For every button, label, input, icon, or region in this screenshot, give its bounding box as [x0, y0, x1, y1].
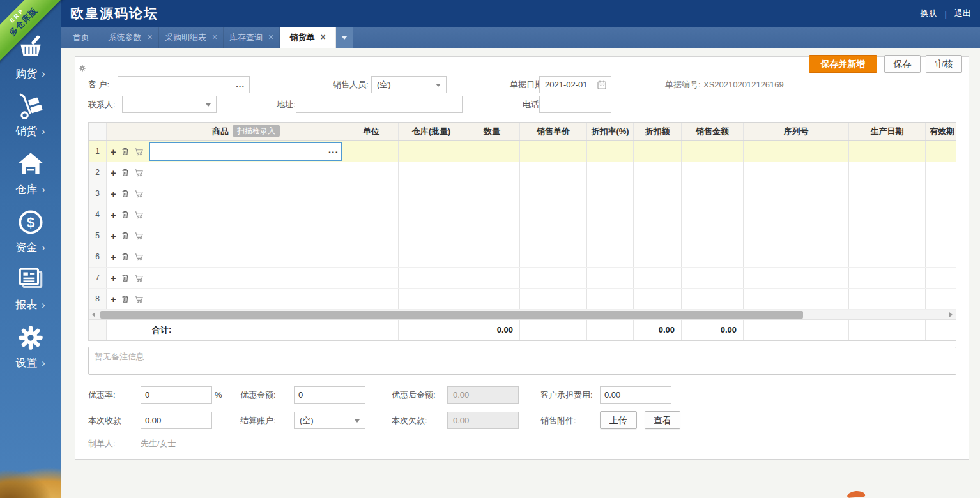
- add-row-icon[interactable]: +: [111, 210, 116, 220]
- add-row-icon[interactable]: +: [111, 252, 116, 262]
- grid-cell[interactable]: [344, 162, 399, 183]
- tab-purchase-detail[interactable]: 采购明细表 ×: [159, 27, 224, 48]
- horizontal-scrollbar[interactable]: [89, 310, 956, 320]
- delete-row-icon[interactable]: [121, 252, 130, 261]
- customer-field[interactable]: ...: [118, 76, 250, 93]
- grid-cell[interactable]: [587, 225, 634, 246]
- save-button[interactable]: 保存: [884, 55, 921, 73]
- grid-cell[interactable]: [464, 162, 520, 183]
- scrollbar-thumb[interactable]: [100, 311, 803, 319]
- grid-cell[interactable]: [344, 183, 399, 204]
- logout-link[interactable]: 退出: [954, 8, 971, 19]
- grid-cell[interactable]: [634, 162, 682, 183]
- grid-cell[interactable]: [587, 204, 634, 225]
- pick-product-icon[interactable]: [134, 169, 144, 177]
- grid-cell[interactable]: [849, 268, 926, 288]
- grid-cell[interactable]: [744, 204, 849, 225]
- discount-amount-input[interactable]: [294, 386, 365, 404]
- grid-cell[interactable]: [682, 183, 744, 204]
- grid-cell[interactable]: [682, 268, 744, 288]
- contact-select[interactable]: [122, 96, 217, 113]
- grid-cell[interactable]: [682, 289, 744, 309]
- grid-cell[interactable]: [926, 162, 956, 183]
- pick-product-icon[interactable]: [134, 253, 144, 261]
- pick-product-icon[interactable]: [134, 147, 144, 156]
- grid-cell[interactable]: [399, 246, 464, 267]
- account-select[interactable]: (空): [294, 412, 365, 429]
- grid-cell[interactable]: [744, 162, 849, 183]
- grid-cell[interactable]: [520, 183, 587, 204]
- add-row-icon[interactable]: +: [111, 273, 116, 283]
- grid-cell[interactable]: [744, 225, 849, 246]
- grid-cell[interactable]: [464, 225, 520, 246]
- grid-cell[interactable]: [849, 246, 926, 267]
- product-cell[interactable]: [148, 183, 344, 204]
- grid-cell[interactable]: [744, 289, 849, 309]
- grid-cell[interactable]: [634, 204, 682, 225]
- pick-product-icon[interactable]: [134, 211, 144, 219]
- product-cell[interactable]: [148, 246, 344, 267]
- delete-row-icon[interactable]: [121, 210, 130, 219]
- grid-cell[interactable]: [744, 141, 849, 162]
- add-row-icon[interactable]: +: [111, 189, 116, 199]
- add-row-icon[interactable]: +: [111, 147, 116, 156]
- grid-cell[interactable]: [926, 246, 956, 267]
- pick-product-icon[interactable]: [134, 274, 144, 282]
- grid-cell[interactable]: [587, 268, 634, 288]
- grid-cell[interactable]: [744, 183, 849, 204]
- grid-cell[interactable]: [682, 162, 744, 183]
- tab-sales-order[interactable]: 销货单 ×: [280, 27, 336, 48]
- sidebar-item-sales[interactable]: 销货›: [0, 91, 61, 139]
- grid-cell[interactable]: [344, 246, 399, 267]
- close-icon[interactable]: ×: [320, 27, 325, 48]
- grid-cell[interactable]: [344, 225, 399, 246]
- grid-cell[interactable]: [520, 268, 587, 288]
- pick-product-icon[interactable]: [134, 190, 144, 198]
- grid-cell[interactable]: [682, 246, 744, 267]
- grid-cell[interactable]: [587, 141, 634, 162]
- sidebar-item-settings[interactable]: 设置›: [0, 323, 61, 370]
- grid-cell[interactable]: [344, 268, 399, 288]
- grid-cell[interactable]: [399, 225, 464, 246]
- grid-cell[interactable]: [344, 204, 399, 225]
- delete-row-icon[interactable]: [121, 147, 130, 156]
- discount-rate-input[interactable]: [141, 386, 212, 404]
- barcode-scan-button[interactable]: 扫描枪录入: [233, 125, 280, 137]
- product-picker-button[interactable]: ...: [328, 144, 339, 156]
- product-input[interactable]: [149, 142, 342, 161]
- grid-cell[interactable]: [399, 183, 464, 204]
- grid-cell[interactable]: [744, 246, 849, 267]
- grid-cell[interactable]: [682, 204, 744, 225]
- salesperson-select[interactable]: (空): [371, 76, 447, 93]
- delete-row-icon[interactable]: [121, 231, 130, 240]
- grid-cell[interactable]: [926, 141, 956, 162]
- sidebar-item-funds[interactable]: $ 资金›: [0, 207, 61, 255]
- grid-cell[interactable]: [587, 289, 634, 309]
- grid-cell[interactable]: [399, 141, 464, 162]
- delete-row-icon[interactable]: [121, 273, 130, 282]
- received-input[interactable]: [141, 412, 212, 429]
- phone-input[interactable]: [539, 96, 611, 113]
- grid-cell[interactable]: [399, 204, 464, 225]
- remark-textarea[interactable]: [88, 347, 956, 375]
- product-cell[interactable]: [148, 268, 344, 288]
- add-row-icon[interactable]: +: [111, 294, 116, 304]
- grid-cell[interactable]: [926, 204, 956, 225]
- product-cell[interactable]: [148, 289, 344, 309]
- ellipsis-button[interactable]: ...: [236, 77, 245, 93]
- tab-list-dropdown[interactable]: [336, 27, 353, 48]
- close-icon[interactable]: ×: [212, 27, 217, 48]
- grid-cell[interactable]: [520, 204, 587, 225]
- grid-cell[interactable]: [464, 246, 520, 267]
- change-skin-link[interactable]: 换肤: [921, 8, 937, 19]
- grid-cell[interactable]: [399, 162, 464, 183]
- grid-cell[interactable]: [926, 183, 956, 204]
- grid-cell[interactable]: [926, 289, 956, 309]
- sidebar-item-purchase[interactable]: 购货›: [0, 34, 61, 81]
- grid-cell[interactable]: [464, 141, 520, 162]
- grid-cell[interactable]: [926, 225, 956, 246]
- sidebar-item-reports[interactable]: 报表›: [0, 265, 61, 312]
- grid-cell[interactable]: [849, 225, 926, 246]
- grid-cell[interactable]: [464, 268, 520, 288]
- save-and-new-button[interactable]: 保存并新增: [809, 55, 877, 73]
